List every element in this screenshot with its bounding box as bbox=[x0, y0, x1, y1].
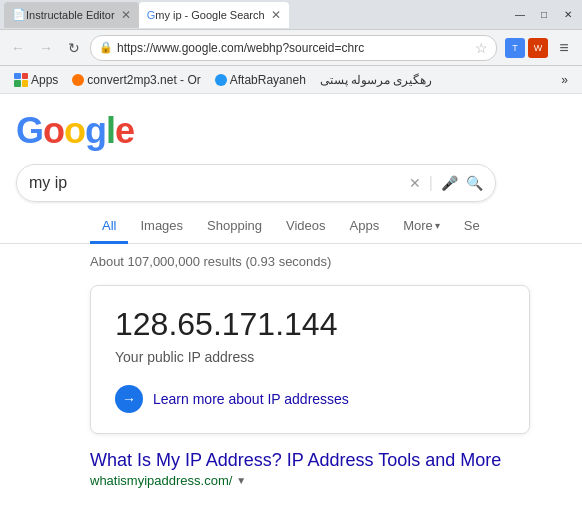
logo-l: l bbox=[106, 110, 115, 151]
logo-o1: o bbox=[43, 110, 64, 151]
close-button[interactable]: ✕ bbox=[558, 5, 578, 25]
tab-google[interactable]: G my ip - Google Search ✕ bbox=[139, 2, 289, 28]
bookmarks-more-button[interactable]: » bbox=[555, 71, 574, 89]
tab-more-label: More bbox=[403, 218, 433, 233]
search-box[interactable]: my ip ✕ | 🎤 🔍 bbox=[16, 164, 496, 202]
bookmark-farsi[interactable]: رهگیری مرسوله پستی bbox=[314, 71, 439, 89]
apps-grid-icon bbox=[14, 73, 28, 87]
ip-learn-more-link[interactable]: Learn more about IP addresses bbox=[153, 391, 349, 407]
result-url-row: whatismyipaddress.com/ ▼ bbox=[90, 473, 582, 488]
back-button[interactable]: ← bbox=[6, 36, 30, 60]
ip-address: 128.65.171.144 bbox=[115, 306, 505, 343]
lock-icon: 🔒 bbox=[99, 41, 113, 54]
translate-extension-icon[interactable]: T bbox=[505, 38, 525, 58]
office-extension-icon[interactable]: W bbox=[528, 38, 548, 58]
search-input-text: my ip bbox=[29, 174, 409, 192]
search-mic-icon[interactable]: 🎤 bbox=[441, 175, 458, 191]
logo-o2: o bbox=[64, 110, 85, 151]
ip-label: Your public IP address bbox=[115, 349, 505, 365]
tab-shopping[interactable]: Shopping bbox=[195, 210, 274, 244]
menu-button[interactable]: ≡ bbox=[552, 36, 576, 60]
google-search-page: Google my ip ✕ | 🎤 🔍 All Images Shopping… bbox=[0, 94, 582, 488]
logo-e: e bbox=[115, 110, 134, 151]
bookmark-farsi-label: رهگیری مرسوله پستی bbox=[320, 73, 433, 87]
aftab-icon bbox=[215, 74, 227, 86]
google-logo-area: Google bbox=[0, 110, 582, 164]
organic-result-1: What Is My IP Address? IP Address Tools … bbox=[90, 450, 582, 488]
bookmark-apps[interactable]: Apps bbox=[8, 71, 64, 89]
window-controls: — □ ✕ bbox=[510, 5, 578, 25]
extension-icons: T W bbox=[505, 38, 548, 58]
url-text: https://www.google.com/webhp?sourceid=ch… bbox=[117, 41, 471, 55]
bookmark-convert2mp3[interactable]: convert2mp3.net - Or bbox=[66, 71, 206, 89]
tab-images[interactable]: Images bbox=[128, 210, 195, 244]
result-url-dropdown-icon[interactable]: ▼ bbox=[236, 475, 246, 486]
tab-more[interactable]: More ▾ bbox=[391, 210, 452, 244]
bookmarks-bar: Apps convert2mp3.net - Or AftabRayaneh ر… bbox=[0, 66, 582, 94]
tab-videos[interactable]: Videos bbox=[274, 210, 338, 244]
maximize-button[interactable]: □ bbox=[534, 5, 554, 25]
tab-google-icon: G bbox=[147, 9, 156, 21]
title-bar: 📄 Instructable Editor ✕ G my ip - Google… bbox=[0, 0, 582, 30]
convert2mp3-icon bbox=[72, 74, 84, 86]
ip-learn-more-row: → Learn more about IP addresses bbox=[115, 385, 505, 413]
search-go-icon[interactable]: 🔍 bbox=[466, 175, 483, 191]
url-box[interactable]: 🔒 https://www.google.com/webhp?sourceid=… bbox=[90, 35, 497, 61]
bookmark-convert2mp3-label: convert2mp3.net - Or bbox=[87, 73, 200, 87]
bookmarks-more-label: » bbox=[561, 73, 568, 87]
tab-instructable-label: Instructable Editor bbox=[26, 9, 115, 21]
forward-button[interactable]: → bbox=[34, 36, 58, 60]
ip-link-arrow-icon[interactable]: → bbox=[115, 385, 143, 413]
tab-search-tools[interactable]: Se bbox=[452, 210, 492, 244]
tab-google-label: my ip - Google Search bbox=[155, 9, 264, 21]
tab-instructable[interactable]: 📄 Instructable Editor ✕ bbox=[4, 2, 139, 28]
tab-apps[interactable]: Apps bbox=[338, 210, 392, 244]
refresh-button[interactable]: ↻ bbox=[62, 36, 86, 60]
bookmark-aftab[interactable]: AftabRayaneh bbox=[209, 71, 312, 89]
logo-g: G bbox=[16, 110, 43, 151]
search-icons: ✕ | 🎤 🔍 bbox=[409, 174, 483, 192]
bookmark-aftab-label: AftabRayaneh bbox=[230, 73, 306, 87]
search-box-area: my ip ✕ | 🎤 🔍 bbox=[0, 164, 582, 202]
google-logo: Google bbox=[16, 110, 566, 152]
tab-google-close[interactable]: ✕ bbox=[271, 8, 281, 22]
tab-more-chevron-icon: ▾ bbox=[435, 220, 440, 231]
search-clear-icon[interactable]: ✕ bbox=[409, 175, 421, 191]
minimize-button[interactable]: — bbox=[510, 5, 530, 25]
result-title-link[interactable]: What Is My IP Address? IP Address Tools … bbox=[90, 450, 582, 471]
logo-g2: g bbox=[85, 110, 106, 151]
result-url-text: whatismyipaddress.com/ bbox=[90, 473, 232, 488]
address-bar: ← → ↻ 🔒 https://www.google.com/webhp?sou… bbox=[0, 30, 582, 66]
search-divider: | bbox=[429, 174, 433, 192]
browser-content: Google my ip ✕ | 🎤 🔍 All Images Shopping… bbox=[0, 94, 582, 518]
bookmark-apps-label: Apps bbox=[31, 73, 58, 87]
results-count: About 107,000,000 results (0.93 seconds) bbox=[90, 254, 582, 269]
results-area: About 107,000,000 results (0.93 seconds)… bbox=[0, 254, 582, 488]
ip-card: 128.65.171.144 Your public IP address → … bbox=[90, 285, 530, 434]
tab-all[interactable]: All bbox=[90, 210, 128, 244]
tab-instructable-close[interactable]: ✕ bbox=[121, 8, 131, 22]
search-tabs: All Images Shopping Videos Apps More ▾ S… bbox=[0, 210, 582, 244]
tab-instructable-icon: 📄 bbox=[12, 8, 26, 21]
bookmark-star-icon[interactable]: ☆ bbox=[475, 40, 488, 56]
